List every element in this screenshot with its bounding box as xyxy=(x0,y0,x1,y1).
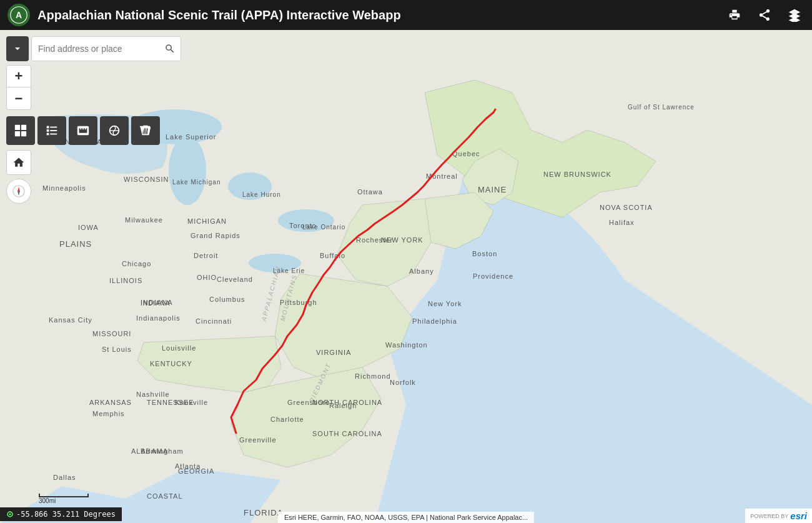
attribution-text: Esri HERE, Garmin, FAO, NOAA, USGS, EPA … xyxy=(278,512,534,523)
svg-marker-24 xyxy=(17,191,20,196)
clear-button[interactable] xyxy=(131,116,160,145)
zoom-in-button[interactable]: + xyxy=(6,65,31,87)
header-actions xyxy=(725,5,805,25)
svg-rect-9 xyxy=(15,125,20,130)
svg-rect-15 xyxy=(47,133,49,136)
search-input-wrapper xyxy=(31,36,181,61)
zoom-out-button[interactable]: − xyxy=(6,87,31,110)
home-icon xyxy=(12,156,25,169)
svg-rect-14 xyxy=(47,129,49,132)
search-row xyxy=(6,36,181,61)
svg-point-5 xyxy=(228,172,272,200)
svg-point-6 xyxy=(278,209,334,232)
svg-rect-10 xyxy=(21,125,26,130)
legend-button[interactable] xyxy=(37,116,66,145)
svg-marker-23 xyxy=(17,187,20,191)
svg-rect-17 xyxy=(50,130,57,131)
svg-rect-12 xyxy=(21,131,26,136)
powered-by-label: POWERED BY xyxy=(750,513,788,519)
legend-icon xyxy=(45,124,59,137)
search-icon xyxy=(164,43,176,54)
svg-rect-13 xyxy=(47,126,49,129)
search-dropdown-button[interactable] xyxy=(6,36,29,61)
scale-bar: 300mi xyxy=(39,494,89,504)
svg-point-7 xyxy=(249,254,301,272)
esri-brand: esri xyxy=(790,511,807,521)
tool-row xyxy=(6,116,181,145)
compass-button[interactable] xyxy=(6,179,31,204)
esri-logo: POWERED BY esri xyxy=(745,509,812,523)
home-button[interactable] xyxy=(6,150,31,175)
measure-icon xyxy=(76,124,90,137)
svg-text:A: A xyxy=(16,10,22,20)
scale-label: 300mi xyxy=(39,497,56,504)
svg-rect-18 xyxy=(50,134,57,135)
chevron-down-icon xyxy=(12,44,22,54)
toolbar-overlay: + − xyxy=(6,36,181,204)
map-container[interactable]: MINNESOTAIOWAPLAINSILLINOISINDIANAMISSOU… xyxy=(0,30,812,523)
svg-rect-16 xyxy=(50,127,57,128)
print-button[interactable] xyxy=(725,5,745,25)
clear-icon xyxy=(139,124,152,137)
sketch-button[interactable] xyxy=(100,116,129,145)
app-header: A Appalachian National Scenic Trail (APP… xyxy=(0,0,812,30)
app-logo: A xyxy=(7,4,30,26)
basemap-gallery-button[interactable] xyxy=(6,116,35,145)
search-input[interactable] xyxy=(31,36,181,61)
coordinates-badge: -55.866 35.211 Degrees xyxy=(0,507,122,521)
sketch-icon xyxy=(107,124,121,137)
basemap-icon xyxy=(14,124,27,137)
compass-icon xyxy=(12,184,26,198)
location-icon xyxy=(6,511,14,518)
coords-text: -55.866 35.211 Degrees xyxy=(16,510,116,519)
app-title: Appalachian National Scenic Trail (APPA)… xyxy=(37,8,717,22)
svg-point-26 xyxy=(9,514,11,516)
layers-button[interactable] xyxy=(785,5,805,25)
status-bar: -55.866 35.211 Degrees Esri HERE, Garmin… xyxy=(0,506,812,523)
svg-rect-11 xyxy=(15,131,20,136)
measure-button[interactable] xyxy=(69,116,97,145)
share-button[interactable] xyxy=(755,5,775,25)
search-submit-button[interactable] xyxy=(161,40,179,57)
